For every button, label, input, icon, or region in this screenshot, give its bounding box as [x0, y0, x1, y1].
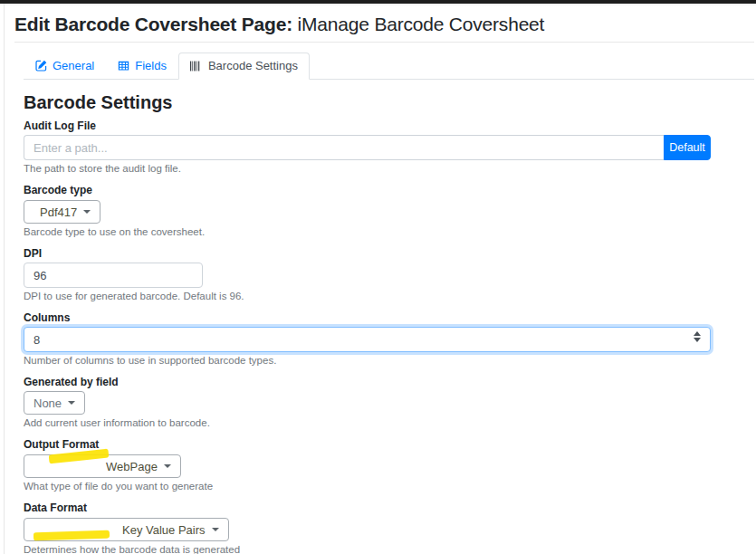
chevron-down-icon — [83, 210, 91, 214]
dpi-label: DPI — [24, 247, 711, 260]
highlight-annotation-streak — [49, 449, 110, 464]
table-icon — [118, 60, 129, 72]
page-title-prefix: Edit Barcode Coversheet Page: — [14, 14, 292, 34]
tab-general[interactable]: General — [24, 53, 106, 80]
dpi-help: DPI to use for generated barcode. Defaul… — [24, 291, 711, 302]
tab-general-label: General — [53, 59, 94, 72]
tab-barcode-settings[interactable]: Barcode Settings — [178, 53, 310, 80]
chevron-down-icon — [164, 464, 171, 468]
barcode-icon — [190, 61, 203, 72]
header-divider — [14, 42, 754, 43]
data-format-label: Data Format — [24, 501, 711, 514]
highlight-annotation-tail — [33, 530, 110, 540]
audit-log-file-label: Audit Log File — [24, 119, 711, 132]
page-header: Edit Barcode Coversheet Page: iManage Ba… — [0, 6, 756, 36]
page-title-name: iManage Barcode Coversheet — [292, 14, 544, 34]
barcode-type-group: Barcode type Pdf417 Barcode type to use … — [24, 184, 711, 238]
output-format-value: WebPage — [106, 460, 158, 473]
columns-help: Number of columns to use in supported ba… — [24, 355, 711, 367]
audit-log-file-group: Audit Log File Default The path to store… — [24, 119, 711, 175]
data-format-value: Key Value Pairs — [122, 523, 206, 537]
output-format-group: Output Format WebPage What type of file … — [24, 438, 711, 492]
edit-icon — [35, 60, 47, 72]
output-format-label: Output Format — [24, 438, 711, 451]
columns-input-wrap — [24, 327, 711, 352]
number-spinner[interactable] — [694, 331, 701, 342]
generated-by-field-dropdown[interactable]: None — [24, 391, 85, 415]
generated-by-field-group: Generated by field None Add current user… — [24, 376, 711, 429]
columns-input[interactable] — [24, 333, 710, 347]
generated-by-field-help: Add current user information to barcode. — [24, 417, 711, 429]
tab-barcode-settings-label: Barcode Settings — [208, 59, 298, 72]
page-title: Edit Barcode Coversheet Page: iManage Ba… — [14, 13, 742, 36]
tab-fields[interactable]: Fields — [106, 53, 178, 80]
barcode-type-value: Pdf417 — [40, 205, 77, 219]
window-left-border — [4, 4, 5, 554]
tab-bar: General Fields Barcode Settings — [24, 53, 754, 80]
audit-log-file-input[interactable] — [24, 135, 664, 160]
data-format-help: Determines how the barcode data is gener… — [24, 544, 711, 554]
spinner-up-icon[interactable] — [694, 331, 701, 336]
columns-group: Columns Number of columns to use in supp… — [24, 311, 711, 367]
generated-by-field-value: None — [33, 396, 62, 410]
chevron-down-icon — [212, 528, 219, 531]
generated-by-field-label: Generated by field — [24, 376, 711, 388]
audit-log-file-help: The path to store the audit log file. — [24, 163, 711, 175]
barcode-settings-panel: Barcode Settings Audit Log File Default … — [0, 80, 756, 554]
spinner-down-icon[interactable] — [694, 338, 701, 342]
audit-log-file-input-group: Default — [24, 135, 711, 160]
output-format-dropdown[interactable]: WebPage — [24, 454, 181, 478]
dpi-group: DPI DPI to use for generated barcode. De… — [24, 247, 711, 302]
barcode-type-dropdown[interactable]: Pdf417 — [24, 200, 100, 224]
barcode-type-label: Barcode type — [24, 184, 711, 196]
barcode-type-help: Barcode type to use on the coversheet. — [24, 226, 711, 238]
columns-label: Columns — [24, 311, 711, 324]
section-heading: Barcode Settings — [24, 91, 711, 114]
output-format-help: What type of file do you want to generat… — [24, 481, 711, 492]
data-format-dropdown[interactable]: Key Value Pairs — [24, 518, 229, 541]
default-button[interactable]: Default — [664, 135, 711, 160]
tab-fields-label: Fields — [135, 59, 167, 72]
dpi-input[interactable] — [24, 263, 203, 288]
data-format-group: Data Format Key Value Pairs Determines h… — [24, 501, 711, 554]
chevron-down-icon — [68, 401, 75, 405]
